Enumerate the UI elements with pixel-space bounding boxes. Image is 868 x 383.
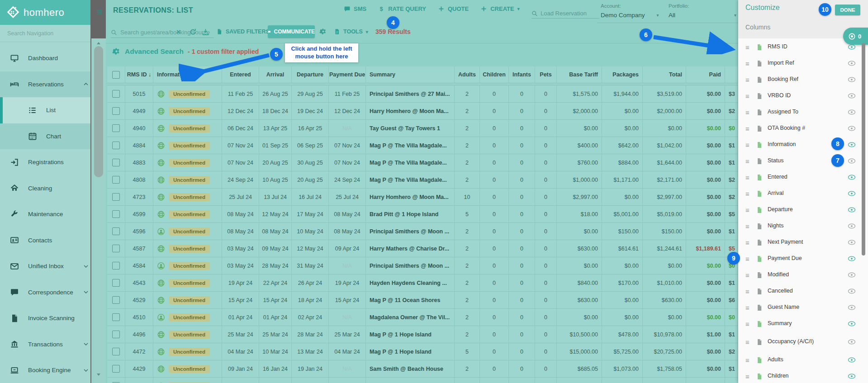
table-cell[interactable] [107,85,125,102]
row-checkbox[interactable] [112,313,120,321]
advanced-search-toggle[interactable]: Advanced Search - 1 custom filter applie… [112,47,259,56]
table-cell[interactable] [107,360,125,377]
table-cell[interactable] [107,292,125,308]
drag-handle-icon[interactable]: ≡ [745,125,754,132]
drag-handle-icon[interactable]: ≡ [745,320,754,328]
sidebar-item-invoice-scanning[interactable]: Invoice Scanning [0,305,90,331]
column-item-ota-booking-[interactable]: ≡OTA Booking # [738,120,859,137]
row-checkbox[interactable] [112,262,120,270]
table-row[interactable]: 4587Unconfirmed03 May 2409 May 2412 May … [107,240,738,257]
drag-handle-icon[interactable]: ≡ [745,373,754,380]
drag-handle-icon[interactable]: ≡ [745,222,754,230]
table-cell[interactable] [107,274,125,291]
row-checkbox[interactable] [112,348,120,355]
column-header-summary[interactable]: Summary [366,66,455,83]
load-reservation-input[interactable]: Load Reservation [531,10,599,19]
row-checkbox[interactable] [112,296,120,304]
table-cell[interactable] [107,120,125,137]
drag-handle-icon[interactable]: ≡ [745,356,754,364]
sidebar-item-dashboard[interactable]: Dashboard [0,45,90,71]
column-item-cancelled[interactable]: ≡Cancelled [738,283,859,299]
select-all-checkbox[interactable] [112,71,120,79]
table-row[interactable]: 4808Unconfirmed24 Sep 2410 Aug 2520 Aug … [107,171,738,189]
column-header-total[interactable]: Total [643,66,686,83]
table-row[interactable]: 4599Unconfirmed08 May 2412 May 2417 May … [107,206,738,223]
visibility-eye-icon[interactable] [848,124,856,132]
visibility-eye-icon[interactable] [848,157,856,165]
table-cell[interactable] [107,240,125,257]
table-row[interactable]: 4884Unconfirmed07 Nov 2401 Sep 2506 Sep … [107,137,738,154]
column-item-entered[interactable]: ≡Entered [738,169,859,185]
visibility-eye-icon[interactable] [848,173,856,181]
column-header-departure[interactable]: Departure [292,66,329,83]
table-cell[interactable] [107,326,125,343]
portfolio-select[interactable]: All ▾ [669,12,736,19]
saved-filters-button[interactable]: SAVED FILTERS ▾ [216,28,275,35]
drag-handle-icon[interactable]: ≡ [745,92,754,100]
visibility-eye-icon[interactable] [848,59,856,67]
table-row[interactable]: 4472Unconfirmed04 Mar 2410 Mar 2413 Mar … [107,343,738,360]
sidebar-item-chart[interactable]: Chart [0,123,90,150]
row-checkbox[interactable] [112,90,120,98]
visibility-eye-icon[interactable] [848,255,856,263]
select-all-checkbox-cell[interactable] [107,66,125,83]
visibility-eye-icon[interactable] [848,206,856,214]
table-row[interactable]: 4940Unconfirmed06 Dec 2413 Apr 2516 Apr … [107,120,738,137]
column-item-import-ref[interactable]: ≡Import Ref [738,55,859,71]
visibility-eye-icon[interactable] [848,108,856,116]
row-checkbox[interactable] [112,124,120,132]
scroll-up-icon[interactable] [96,40,101,45]
column-header-infants[interactable]: Infants [509,66,535,83]
communicate-button[interactable]: COMMUNICATE [268,25,315,38]
row-checkbox[interactable] [112,331,120,338]
column-item-children[interactable]: ≡Children [738,368,859,383]
drag-handle-icon[interactable]: ≡ [745,190,754,198]
visibility-eye-icon[interactable] [848,338,856,346]
column-item-guest-name[interactable]: ≡Guest Name [738,299,859,316]
column-item-occupancy-a-c-i-[interactable]: ≡Occupancy (A/C/I) [738,332,859,352]
table-cell[interactable] [107,137,125,154]
table-cell[interactable] [107,223,125,240]
row-checkbox[interactable] [112,227,120,235]
visibility-eye-icon[interactable] [848,141,856,149]
refresh-icon[interactable] [189,28,197,36]
drag-handle-icon[interactable]: ≡ [745,271,754,279]
drag-handle-icon[interactable]: ≡ [745,255,754,263]
sidebar-item-unified-inbox[interactable]: Unified Inbox [0,253,90,279]
scroll-down-icon[interactable] [96,371,101,376]
drag-handle-icon[interactable]: ≡ [745,174,754,181]
table-row[interactable]: 4429Unconfirmed09 Jan 2416 Jan 2419 Jan … [107,360,738,378]
column-header-paid[interactable]: Paid [686,66,725,83]
row-checkbox[interactable] [112,107,120,115]
visibility-eye-icon[interactable] [848,303,856,312]
column-item-departure[interactable]: ≡Departure [738,202,859,218]
drag-handle-icon[interactable]: ≡ [745,141,754,149]
sidebar-item-maintenance[interactable]: Maintenance [0,201,90,227]
column-item-modified[interactable]: ≡Modified [738,267,859,283]
settings-icon[interactable] [319,28,327,35]
row-checkbox[interactable] [112,279,120,287]
table-row[interactable]: 4584Unconfirmed03 May 2428 May 2431 May … [107,257,738,274]
visibility-eye-icon[interactable] [848,287,856,295]
row-checkbox[interactable] [112,159,120,166]
table-cell[interactable] [107,103,125,119]
table-row[interactable]: 4723Unconfirmed25 Jul 2413 Jul 2416 Jul … [107,189,738,206]
row-checkbox[interactable] [112,176,120,184]
sidebar-item-booking-engine[interactable]: Booking Engine [0,357,90,383]
visibility-eye-icon[interactable] [848,356,856,364]
table-cell[interactable] [107,343,125,360]
visibility-eye-icon[interactable] [848,43,856,51]
column-header-packages[interactable]: Packages [602,66,643,83]
sidebar-item-list[interactable]: List [0,97,90,123]
sidebar-item-cleaning[interactable]: Cleaning [0,175,90,202]
header-action-quote[interactable]: QUOTE [438,5,469,12]
column-header-pets[interactable]: Pets [535,66,557,83]
table-row[interactable]: 4596Unconfirmed08 May 2408 May 2410 May … [107,223,738,240]
sidebar-item-contacts[interactable]: Contacts [0,227,90,254]
column-item-summary[interactable]: ≡Summary [738,316,859,332]
drag-handle-icon[interactable]: ≡ [745,109,754,116]
visibility-eye-icon[interactable] [848,222,856,230]
header-action-create[interactable]: CREATE▾ [480,5,520,12]
table-row[interactable]: 4529Unconfirmed15 Apr 2415 Apr 2418 Apr … [107,292,738,309]
column-item-assigned-to[interactable]: ≡Assigned To [738,104,859,120]
